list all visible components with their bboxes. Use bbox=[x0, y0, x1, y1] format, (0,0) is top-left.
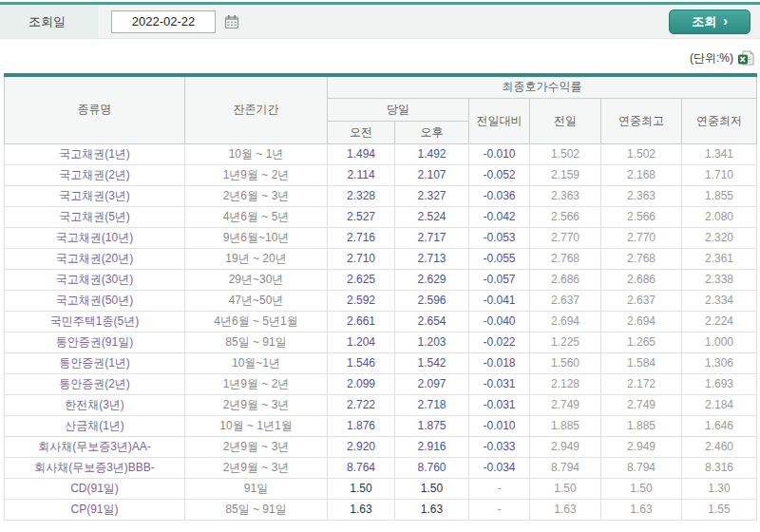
cell-year-high: 2.770 bbox=[601, 227, 682, 248]
header-pm: 오후 bbox=[395, 121, 469, 143]
cell-prev-yield: 1.885 bbox=[530, 415, 601, 436]
cell-am-yield: 2.625 bbox=[328, 269, 395, 290]
cell-period: 2년9월 ~ 3년 bbox=[185, 436, 328, 457]
yield-table-header: 종류명 잔존기간 최종호가수익률 당일 전일대비 전일 연중최고 연중최저 오전… bbox=[5, 75, 757, 143]
table-row: 통안증권(2년)1년9월 ~ 2년2.0992.097-0.0312.1282.… bbox=[5, 373, 757, 394]
header-type: 종류명 bbox=[5, 75, 185, 143]
cell-year-low: 2.338 bbox=[682, 269, 757, 290]
cell-year-low: 1.341 bbox=[682, 143, 757, 164]
cell-am-yield: 8.764 bbox=[328, 457, 395, 478]
table-row: 국고채권(3년)2년6월 ~ 3년2.3282.327-0.0362.3632.… bbox=[5, 185, 757, 206]
cell-period: 91일 bbox=[185, 478, 328, 499]
cell-pm-yield: 1.542 bbox=[395, 352, 469, 373]
cell-pm-yield: 2.596 bbox=[395, 290, 469, 311]
cell-am-yield: 1.876 bbox=[328, 415, 395, 436]
cell-pm-yield: 2.654 bbox=[395, 311, 469, 332]
table-row: CD(91일)91일1.501.50-1.501.501.30 bbox=[5, 478, 757, 499]
cell-period: 9년6월~10년 bbox=[185, 227, 328, 248]
cell-prev-yield: 2.686 bbox=[530, 269, 601, 290]
header-year-low: 연중최저 bbox=[682, 98, 757, 143]
cell-year-low: 2.080 bbox=[682, 206, 757, 227]
search-button[interactable]: 조회 › bbox=[669, 10, 750, 34]
cell-year-low: 2.224 bbox=[682, 311, 757, 332]
table-row: 국민주택1종(5년)4년6월 ~ 5년1월2.6612.654-0.0402.6… bbox=[5, 311, 757, 332]
cell-pm-yield: 1.203 bbox=[395, 332, 469, 352]
cell-prev-yield: 1.560 bbox=[530, 352, 601, 373]
cell-am-yield: 1.546 bbox=[328, 352, 395, 373]
cell-prev-yield: 2.159 bbox=[530, 164, 601, 185]
table-row: 회사채(무보증3년)AA-2년9월 ~ 3년2.9202.916-0.0332.… bbox=[5, 436, 757, 457]
cell-am-yield: 1.204 bbox=[328, 332, 395, 352]
cell-type-name: 통안증권(1년) bbox=[5, 352, 185, 373]
cell-pm-yield: 8.760 bbox=[395, 457, 469, 478]
cell-period: 85일 ~ 91일 bbox=[185, 499, 328, 520]
cell-prev-yield: 1.63 bbox=[530, 499, 601, 520]
cell-change: -0.010 bbox=[469, 143, 530, 164]
cell-change: -0.018 bbox=[469, 352, 530, 373]
cell-prev-yield: 2.637 bbox=[530, 290, 601, 311]
header-vs-prev: 전일대비 bbox=[469, 98, 530, 143]
cell-year-high: 1.584 bbox=[601, 352, 682, 373]
cell-period: 2년6월 ~ 3년 bbox=[185, 185, 328, 206]
cell-change: -0.057 bbox=[469, 269, 530, 290]
table-row: 회사채(무보증3년)BBB-2년9월 ~ 3년8.7648.760-0.0348… bbox=[5, 457, 757, 478]
cell-prev-yield: 2.768 bbox=[530, 248, 601, 269]
cell-am-yield: 1.63 bbox=[328, 499, 395, 520]
table-row: 국고채권(30년)29년~30년2.6252.629-0.0572.6862.6… bbox=[5, 269, 757, 290]
table-row: CP(91일)85일 ~ 91일1.631.63-1.631.631.55 bbox=[5, 499, 757, 520]
cell-type-name: 회사채(무보증3년)BBB- bbox=[5, 457, 185, 478]
date-input[interactable] bbox=[111, 10, 216, 33]
cell-type-name: CP(91일) bbox=[5, 499, 185, 520]
header-am: 오전 bbox=[328, 121, 395, 143]
table-row: 한전채(3년)2년9월 ~ 3년2.7222.718-0.0312.7492.7… bbox=[5, 394, 757, 415]
date-label: 조회일 bbox=[28, 13, 66, 30]
cell-am-yield: 2.527 bbox=[328, 206, 395, 227]
cell-am-yield: 2.114 bbox=[328, 164, 395, 185]
cell-type-name: 국고채권(10년) bbox=[5, 227, 185, 248]
cell-pm-yield: 2.097 bbox=[395, 373, 469, 394]
cell-change: -0.040 bbox=[469, 311, 530, 332]
cell-year-low: 1.710 bbox=[682, 164, 757, 185]
cell-period: 2년9월 ~ 3년 bbox=[185, 394, 328, 415]
cell-am-yield: 2.099 bbox=[328, 373, 395, 394]
search-button-label: 조회 bbox=[692, 13, 716, 30]
cell-change: -0.031 bbox=[469, 373, 530, 394]
excel-download-icon[interactable] bbox=[738, 50, 754, 66]
cell-year-low: 8.316 bbox=[682, 457, 757, 478]
cell-type-name: 통안증권(2년) bbox=[5, 373, 185, 394]
cell-year-high: 2.363 bbox=[601, 185, 682, 206]
cell-period: 29년~30년 bbox=[185, 269, 328, 290]
cell-pm-yield: 2.524 bbox=[395, 206, 469, 227]
cell-year-high: 2.749 bbox=[601, 394, 682, 415]
unit-label: (단위:%) bbox=[690, 50, 733, 66]
cell-type-name: 국고채권(1년) bbox=[5, 143, 185, 164]
cell-period: 10월~1년 bbox=[185, 352, 328, 373]
cell-year-low: 1.646 bbox=[682, 415, 757, 436]
cell-year-high: 2.949 bbox=[601, 436, 682, 457]
search-bar: 조회일 조회 › bbox=[0, 5, 760, 39]
cell-period: 10월 ~ 1년 bbox=[185, 143, 328, 164]
cell-year-high: 2.686 bbox=[601, 269, 682, 290]
cell-prev-yield: 1.502 bbox=[530, 143, 601, 164]
cell-year-high: 2.172 bbox=[601, 373, 682, 394]
calendar-icon[interactable] bbox=[224, 14, 239, 29]
cell-type-name: 국고채권(3년) bbox=[5, 185, 185, 206]
cell-pm-yield: 2.629 bbox=[395, 269, 469, 290]
cell-prev-yield: 2.128 bbox=[530, 373, 601, 394]
cell-type-name: 회사채(무보증3년)AA- bbox=[5, 436, 185, 457]
cell-prev-yield: 2.770 bbox=[530, 227, 601, 248]
cell-am-yield: 2.716 bbox=[328, 227, 395, 248]
cell-am-yield: 2.328 bbox=[328, 185, 395, 206]
table-row: 통안증권(1년)10월~1년1.5461.542-0.0181.5601.584… bbox=[5, 352, 757, 373]
cell-period: 1년9월 ~ 2년 bbox=[185, 373, 328, 394]
cell-pm-yield: 2.713 bbox=[395, 248, 469, 269]
cell-type-name: 국고채권(50년) bbox=[5, 290, 185, 311]
cell-year-high: 2.768 bbox=[601, 248, 682, 269]
cell-period: 4년6월 ~ 5년 bbox=[185, 206, 328, 227]
cell-period: 1년9월 ~ 2년 bbox=[185, 164, 328, 185]
cell-type-name: 국민주택1종(5년) bbox=[5, 311, 185, 332]
date-label-cell: 조회일 bbox=[0, 5, 100, 38]
cell-year-high: 1.885 bbox=[601, 415, 682, 436]
cell-pm-yield: 1.492 bbox=[395, 143, 469, 164]
header-year-high: 연중최고 bbox=[601, 98, 682, 143]
